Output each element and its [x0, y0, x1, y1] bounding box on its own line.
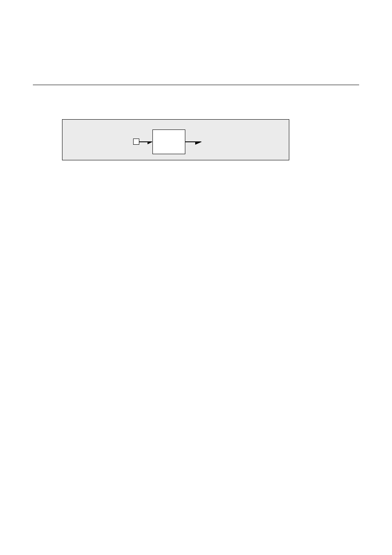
input-node [133, 139, 139, 145]
arrow-out-icon [185, 141, 203, 148]
page [0, 0, 392, 555]
arrow-in-icon [139, 141, 153, 147]
main-block [152, 130, 185, 154]
svg-marker-1 [148, 141, 152, 144]
horizontal-rule [33, 85, 359, 85]
svg-marker-3 [195, 141, 202, 145]
diagram-container [62, 119, 289, 160]
